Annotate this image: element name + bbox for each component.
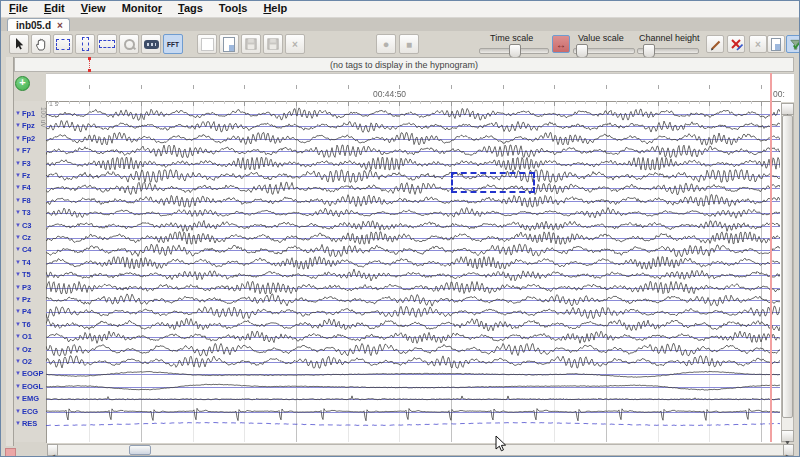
channel-expand-icon[interactable]: ▼ bbox=[15, 160, 21, 166]
channel-expand-icon[interactable]: ▼ bbox=[15, 184, 21, 190]
tab-inb05[interactable]: inb05.d× bbox=[7, 18, 70, 32]
channel-label-c4[interactable]: ▼C4 bbox=[15, 244, 32, 255]
menu-view[interactable]: View bbox=[73, 1, 114, 16]
zoom-tool-button[interactable] bbox=[119, 34, 139, 54]
channel-expand-icon[interactable]: ▼ bbox=[15, 296, 21, 302]
channel-label-c3[interactable]: ▼C3 bbox=[15, 220, 32, 231]
channel-label-eogl[interactable]: ▼EOGL bbox=[15, 381, 43, 392]
time-scale-slider[interactable] bbox=[479, 48, 549, 54]
menu-tags[interactable]: Tags bbox=[170, 1, 211, 16]
add-tag-button[interactable]: + bbox=[15, 76, 30, 91]
vertical-scroll-thumb[interactable] bbox=[782, 115, 793, 418]
report-button[interactable] bbox=[767, 35, 785, 53]
channel-expand-icon[interactable]: ▼ bbox=[15, 271, 21, 277]
scroll-left-button[interactable]: ◀ bbox=[47, 444, 58, 456]
channel-expand-icon[interactable]: ▼ bbox=[15, 122, 21, 128]
scroll-up-button[interactable]: ▲ bbox=[781, 103, 794, 115]
channel-label-p3[interactable]: ▼P3 bbox=[15, 282, 31, 293]
save-as-button[interactable] bbox=[263, 34, 283, 54]
measure-tool-button[interactable] bbox=[141, 34, 161, 54]
box-select-tool-button[interactable] bbox=[53, 34, 73, 54]
copy-page-button[interactable] bbox=[219, 34, 239, 54]
channel-height-thumb[interactable] bbox=[643, 44, 655, 58]
channel-label-t4[interactable]: ▼T4 bbox=[15, 257, 31, 268]
channel-expand-icon[interactable]: ▼ bbox=[15, 370, 21, 376]
reset-time-scale-button[interactable]: ↔ bbox=[552, 35, 570, 53]
channel-expand-icon[interactable]: ▼ bbox=[15, 135, 21, 141]
channel-label-pz[interactable]: ▼Pz bbox=[15, 294, 31, 305]
channel-label-f4[interactable]: ▼F4 bbox=[15, 182, 31, 193]
vertical-select-tool-button[interactable] bbox=[75, 34, 95, 54]
value-scale-thumb[interactable] bbox=[576, 44, 588, 58]
channel-label-emg[interactable]: ▼EMG bbox=[15, 393, 39, 404]
channel-expand-icon[interactable]: ▼ bbox=[15, 395, 21, 401]
left-splitter[interactable] bbox=[6, 57, 14, 446]
menu-monitor[interactable]: Monitor bbox=[114, 1, 170, 16]
channel-expand-icon[interactable]: ▼ bbox=[15, 222, 21, 228]
channel-label-res[interactable]: ▼RES bbox=[15, 418, 37, 429]
channel-label-ecg[interactable]: ▼ECG bbox=[15, 406, 38, 417]
remove-all-button[interactable]: × bbox=[749, 35, 767, 53]
save-button[interactable] bbox=[241, 34, 261, 54]
signal-canvas[interactable] bbox=[46, 101, 780, 442]
channel-expand-icon[interactable]: ▼ bbox=[15, 147, 21, 153]
channel-expand-icon[interactable]: ▼ bbox=[15, 197, 21, 203]
channel-label-f7[interactable]: ▼F7 bbox=[15, 145, 31, 156]
channel-label-o2[interactable]: ▼O2 bbox=[15, 356, 32, 367]
edit-tag-button[interactable] bbox=[706, 35, 724, 53]
stop-button[interactable]: ■ bbox=[399, 34, 419, 54]
channel-label-f3[interactable]: ▼F3 bbox=[15, 158, 31, 169]
channel-label-o1[interactable]: ▼O1 bbox=[15, 331, 32, 342]
scroll-right-button[interactable]: ▶ bbox=[783, 444, 794, 456]
time-scale-thumb[interactable] bbox=[509, 44, 521, 58]
channel-expand-icon[interactable]: ▼ bbox=[15, 333, 21, 339]
channel-label-t3[interactable]: ▼T3 bbox=[15, 207, 31, 218]
channel-expand-icon[interactable]: ▼ bbox=[15, 358, 21, 364]
channel-expand-icon[interactable]: ▼ bbox=[15, 346, 21, 352]
channel-expand-icon[interactable]: ▼ bbox=[15, 308, 21, 314]
channel-label-cz[interactable]: ▼Cz bbox=[15, 232, 31, 243]
delete-tag-button[interactable] bbox=[727, 35, 745, 53]
channel-expand-icon[interactable]: ▼ bbox=[15, 408, 21, 414]
channel-label-t6[interactable]: ▼T6 bbox=[15, 319, 31, 330]
channel-label-fpz[interactable]: ▼Fpz bbox=[15, 120, 35, 131]
channel-label-p4[interactable]: ▼P4 bbox=[15, 306, 31, 317]
channel-expand-icon[interactable]: ▼ bbox=[15, 259, 21, 265]
channel-expand-icon[interactable]: ▼ bbox=[15, 383, 21, 389]
channel-expand-icon[interactable]: ▼ bbox=[15, 209, 21, 215]
menu-edit[interactable]: Edit bbox=[36, 1, 73, 16]
filter-button[interactable] bbox=[786, 35, 800, 53]
menu-file[interactable]: File bbox=[1, 1, 36, 16]
channel-expand-icon[interactable]: ▼ bbox=[15, 420, 21, 426]
channel-expand-icon[interactable]: ▼ bbox=[15, 321, 21, 327]
blank-view-button[interactable] bbox=[197, 34, 217, 54]
menu-tools[interactable]: Tools bbox=[211, 1, 256, 16]
channel-height-slider[interactable] bbox=[637, 48, 699, 54]
channel-expand-icon[interactable]: ▼ bbox=[15, 284, 21, 290]
scroll-down-button[interactable]: ▼ bbox=[781, 430, 794, 442]
record-button[interactable]: ● bbox=[376, 34, 396, 54]
channel-label-eogp[interactable]: ▼EOGP bbox=[15, 368, 44, 379]
channel-label-f8[interactable]: ▼F8 bbox=[15, 195, 31, 206]
channel-expand-icon[interactable]: ▼ bbox=[15, 110, 21, 116]
channel-label-fp2[interactable]: ▼Fp2 bbox=[15, 133, 35, 144]
channel-label-fp1[interactable]: ▼Fp1 bbox=[15, 108, 35, 119]
channel-expand-icon[interactable]: ▼ bbox=[15, 246, 21, 252]
horizontal-select-tool-button[interactable] bbox=[97, 34, 117, 54]
tab-close-icon[interactable]: × bbox=[57, 20, 63, 31]
channel-expand-icon[interactable]: ▼ bbox=[15, 172, 21, 178]
horizontal-scroll-thumb[interactable] bbox=[129, 445, 151, 455]
pointer-tool-button[interactable] bbox=[9, 34, 29, 54]
close-file-button[interactable]: × bbox=[285, 34, 305, 54]
horizontal-scrollbar[interactable] bbox=[47, 444, 794, 456]
channel-label-fz[interactable]: ▼Fz bbox=[15, 170, 30, 181]
value-scale-slider[interactable] bbox=[573, 48, 635, 54]
pan-tool-button[interactable] bbox=[31, 34, 51, 54]
fft-button[interactable]: FFT bbox=[163, 34, 183, 54]
selection-box[interactable] bbox=[451, 172, 535, 193]
channel-label-t5[interactable]: ▼T5 bbox=[15, 269, 31, 280]
channel-expand-icon[interactable]: ▼ bbox=[15, 234, 21, 240]
timeline-ruler[interactable] bbox=[46, 73, 794, 101]
channel-label-oz[interactable]: ▼Oz bbox=[15, 344, 32, 355]
menu-help[interactable]: Help bbox=[255, 1, 295, 16]
